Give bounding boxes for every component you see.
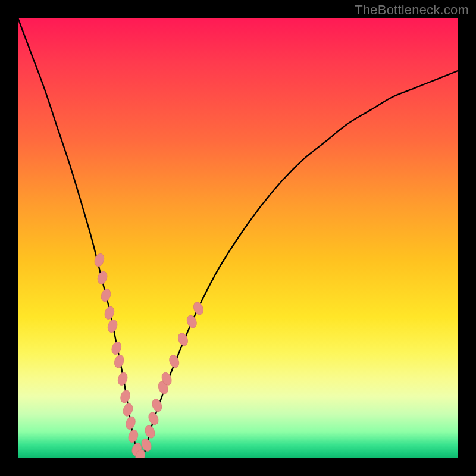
data-marker [119,389,131,405]
curve-overlay [18,18,458,458]
data-marker [124,415,137,431]
data-marker [107,318,119,334]
data-marker [103,305,115,321]
data-marker [151,397,164,413]
data-marker [99,287,112,303]
watermark-text: TheBottleneck.com [355,2,469,18]
data-marker [192,300,205,316]
data-marker [185,314,198,330]
data-marker [113,353,126,369]
plot-area [18,18,458,458]
bottleneck-curve [18,18,458,458]
data-marker [117,371,129,387]
data-marker [176,331,189,347]
data-marker [127,428,139,444]
data-markers [93,252,205,458]
data-marker [143,424,156,440]
data-marker [121,402,134,418]
data-marker [93,252,105,268]
chart-frame: TheBottleneck.com [0,0,476,476]
data-marker [96,270,109,286]
data-marker [168,353,181,369]
data-marker [147,411,160,426]
data-marker [110,340,123,356]
